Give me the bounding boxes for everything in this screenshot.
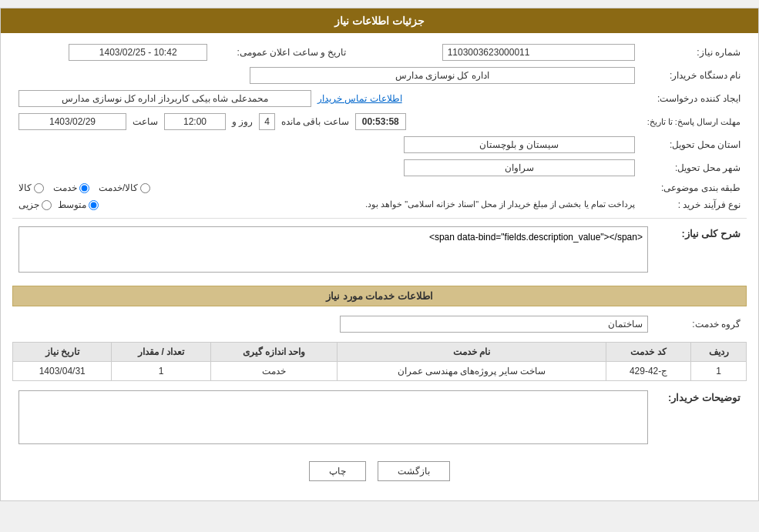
category-options: کالا/خدمت خدمت کالا [12, 179, 641, 196]
col-header-unit: واحد اندازه گیری [210, 343, 337, 362]
remaining-time: 00:53:58 [362, 116, 399, 127]
cell-1: ج-42-429 [606, 362, 691, 381]
col-header-qty: تعداد / مقدار [112, 343, 210, 362]
buyer-org-label: نام دستگاه خریدار: [641, 64, 747, 87]
purchase-type-row: پرداخت تمام یا بخشی از مبلغ خریدار از مح… [12, 196, 641, 213]
purchase-type-small[interactable]: جزیی [18, 199, 52, 210]
description-table: شرح کلی نیاز: 🛡 <span data-bind="fields.… [12, 223, 747, 278]
creator-text: محمدعلی شاه بیکی کاربرداز اداره کل نوساز… [62, 93, 267, 104]
need-number-value: 1103003623000011 [368, 41, 640, 64]
datetime-label: تاریخ و ساعت اعلان عمومی: [213, 41, 352, 64]
button-bar: بازگشت چاپ [12, 450, 747, 493]
service-group-label: گروه خدمت: [654, 313, 747, 336]
deadline-date: 1403/02/29 [49, 116, 96, 127]
description-value: 🛡 <span data-bind="fields.description_va… [12, 223, 654, 278]
category-kala[interactable]: کالا [18, 182, 44, 193]
cell-5: 1403/04/31 [13, 362, 112, 381]
cell-0: 1 [691, 362, 747, 381]
contact-link[interactable]: اطلاعات تماس خریدار [317, 93, 402, 104]
cell-2: ساخت سایر پروژه‌های مهندسی عمران [338, 362, 606, 381]
services-section-header: اطلاعات خدمات مورد نیاز [12, 286, 747, 306]
days-label: روز و [232, 116, 253, 127]
buyer-notes-textarea[interactable] [18, 390, 648, 444]
back-button[interactable]: بازگشت [378, 461, 450, 481]
days-value: 4 [264, 116, 270, 127]
city-value: سراوان [12, 156, 641, 179]
datetime-value: 1403/02/25 - 10:42 [12, 41, 213, 64]
buyer-notes-label: توضیحات خریدار: [654, 387, 747, 450]
creator-value: اطلاعات تماس خریدار محمدعلی شاه بیکی کار… [12, 87, 641, 110]
time-label: ساعت [133, 116, 158, 127]
deadline-label: مهلت ارسال پاسخ: تا تاریخ: [641, 110, 747, 133]
purchase-type-label: نوع فرآیند خرید : [641, 196, 747, 213]
city-label: شهر محل تحویل: [641, 156, 747, 179]
city-text: سراوان [505, 162, 534, 173]
services-table: ردیف کد خدمت نام خدمت واحد اندازه گیری ت… [12, 342, 747, 381]
buyer-notes-value [12, 387, 654, 450]
category-label: طبقه بندی موضوعی: [641, 179, 747, 196]
page-header: جزئیات اطلاعات نیاز [1, 8, 758, 33]
province-label: استان محل تحویل: [641, 133, 747, 156]
category-kala-khidmat[interactable]: کالا/خدمت [99, 182, 150, 193]
service-group-table: گروه خدمت: ساختمان [12, 313, 747, 336]
col-header-code: کد خدمت [606, 343, 691, 362]
service-group-value: ساختمان [12, 313, 654, 336]
description-label: شرح کلی نیاز: [654, 223, 747, 278]
category-khidmat[interactable]: خدمت [53, 182, 89, 193]
province-text: سیستان و بلوچستان [479, 139, 559, 150]
table-row: 1ج-42-429ساخت سایر پروژه‌های مهندسی عمرا… [13, 362, 747, 381]
deadline-row: 00:53:58 ساعت باقی مانده 4 روز و 12:00 س… [12, 110, 641, 133]
datetime-text: 1403/02/25 - 10:42 [99, 47, 177, 58]
page-title: جزئیات اطلاعات نیاز [334, 15, 425, 27]
remaining-label: ساعت باقی مانده [281, 116, 349, 127]
service-group-text: ساختمان [608, 319, 643, 330]
need-number-text: 1103003623000011 [448, 47, 530, 58]
cell-4: 1 [112, 362, 210, 381]
description-textarea[interactable]: <span data-bind="fields.description_valu… [18, 226, 648, 273]
cell-3: خدمت [210, 362, 337, 381]
buyer-org-text: اداره کل نوسازی مدارس [395, 70, 489, 81]
purchase-note: پرداخت تمام یا بخشی از مبلغ خریدار از مح… [105, 199, 635, 209]
creator-label: ایجاد کننده درخواست: [641, 87, 747, 110]
print-button[interactable]: چاپ [309, 461, 366, 481]
province-value: سیستان و بلوچستان [12, 133, 641, 156]
buyer-notes-table: توضیحات خریدار: [12, 387, 747, 450]
col-header-name: نام خدمت [338, 343, 606, 362]
col-header-row: ردیف [691, 343, 747, 362]
buyer-org-value: اداره کل نوسازی مدارس [12, 64, 641, 87]
need-number-label: شماره نیاز: [641, 41, 747, 64]
main-info-table: شماره نیاز: 1103003623000011 تاریخ و ساع… [12, 41, 747, 213]
col-header-date: تاریخ نیاز [13, 343, 112, 362]
deadline-time: 12:00 [183, 116, 207, 127]
purchase-type-medium[interactable]: متوسط [58, 199, 99, 210]
